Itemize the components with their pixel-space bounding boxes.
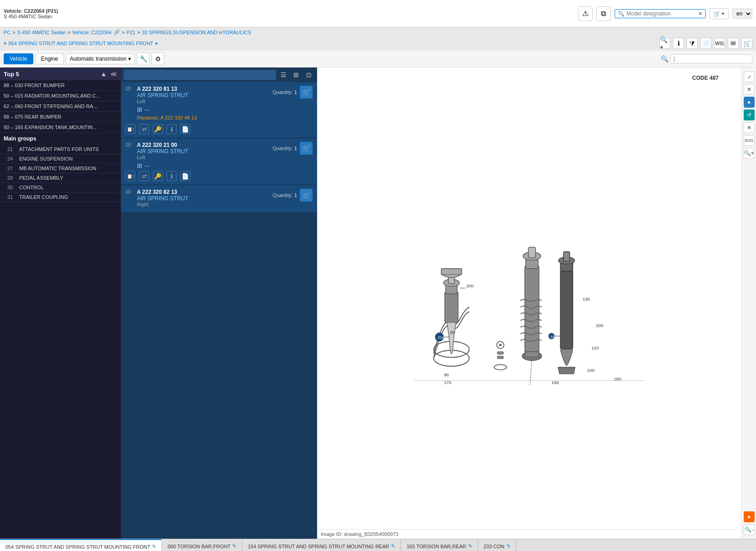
part-action-info-icon-1[interactable]: ℹ [167,171,177,181]
part-details-1: A 222 320 21 00 AIR SPRING STRUT Left ⊞ … [137,142,273,169]
bottom-tab-2-label: 154 SPRING STRUT AND SPRING STRUT MOUNTI… [248,544,389,549]
left-group-item-29[interactable]: 29 PEDAL ASSEMBLY [0,173,121,183]
qty-val-2: 1 [294,192,297,198]
left-top5-item-3[interactable]: 88 – 075 REAR BUMPER [0,112,121,122]
bottom-tab-1-label: 060 TORSION BAR,FRONT [167,544,230,549]
bottom-tab-3-edit-icon[interactable]: ✎ [468,543,472,549]
filter-icon-btn[interactable]: ⧩ [687,38,698,49]
tab-vehicle[interactable]: Vehicle [4,53,33,64]
left-top5-item-2[interactable]: 62 – 060 FRONT STIFFENING AND RA... [0,101,121,112]
part-action-swap-icon-1[interactable]: ⇄ [139,171,149,181]
left-top5-item-1[interactable]: 50 – 015 RADIATOR,MOUNTING,AND C... [0,91,121,101]
breadcrumb-32[interactable]: 32 SPRINGS,SUSPENSION AND HYDRAULICS [142,30,251,35]
main-groups-header: Main groups [0,133,121,145]
bottom-tab-4[interactable]: 233 CON ✎ [478,539,516,551]
search-right-input[interactable] [673,56,746,62]
double-chevron-icon[interactable]: ≪ [110,70,117,78]
part-grid-icon-0[interactable]: ⊞ [137,106,142,113]
left-group-item-24[interactable]: 24 ENGINE SUSPENSION [0,154,121,164]
svg-point-39 [499,343,502,346]
add-cart-btn-0[interactable]: 🛒 [300,86,313,99]
left-group-item-31[interactable]: 31 TRAILER COUPLING [0,192,121,202]
model-search-input[interactable] [626,10,698,17]
part-item-0-header: 10 A 222 320 81 13 AIR SPRING STRUT Left… [125,86,313,122]
tab-icon-wrench[interactable]: 🔧 [137,52,150,65]
cross-icon-btn[interactable]: ✕ [744,122,755,133]
alert-icon-btn[interactable]: ⚠ [578,6,593,21]
part-action-key-icon-1[interactable]: 🔑 [153,171,163,181]
group-label-30: CONTROL [19,185,44,190]
breadcrumb-s450[interactable]: S 450 4MATIC Sedan [17,30,66,35]
breadcrumb-p21[interactable]: P21 [126,30,136,35]
part-qty-1: Quantity: 1 🛒 [273,142,313,155]
part-action-note-icon-1[interactable]: 📋1 [125,171,136,181]
part-grid-icon-1[interactable]: ⊞ [137,162,142,169]
list-view-icon[interactable]: ☰ [278,69,289,80]
breadcrumb-vehicle[interactable]: Vehicle: C222064 [72,30,111,35]
cart2-icon-btn[interactable]: 🛒 [741,38,752,49]
copy-icon-btn[interactable]: ⧉ [596,6,611,21]
svg-text:80: 80 [450,330,455,335]
svg-icon-btn[interactable]: SVG [744,135,755,146]
zoom-in-diag-btn[interactable]: 🔍+ [744,148,755,159]
breadcrumb-pc[interactable]: PC [4,30,10,35]
tabs-area: Vehicle Engine Automatic transmission ▾ … [4,52,164,65]
bottom-tab-2[interactable]: 154 SPRING STRUT AND SPRING STRUT MOUNTI… [242,539,401,551]
breadcrumb-054[interactable]: 054 SPRING STRUT AND SPRING STRUT MOUNTI… [8,41,153,46]
close-diag-icon-btn[interactable]: ✕ [744,84,755,95]
wis-icon-btn[interactable]: WIS [714,38,725,49]
collapse-icon[interactable]: ▲ [100,70,107,78]
part-action-note-icon-0[interactable]: 📋1 [125,124,136,134]
left-group-item-30[interactable]: 30 CONTROL [0,183,121,192]
part-action-info-icon-0[interactable]: ℹ [167,124,177,134]
left-panel-items: 88 – 030 FRONT BUMPER 50 – 015 RADIATOR,… [0,80,121,539]
breadcrumb-link-icon[interactable]: 🔗 [114,29,120,35]
language-select[interactable]: en [732,9,752,19]
part-action-doc-icon-1[interactable]: 📄 [180,171,190,181]
left-group-item-21[interactable]: 21 ATTACHMENT PARTS FOR UNITS [0,145,121,154]
add-cart-btn-1[interactable]: 🛒 [300,142,313,155]
left-top5-item-0[interactable]: 88 – 030 FRONT BUMPER [0,80,121,91]
breadcrumb-dropdown-icon[interactable]: ▾ [155,41,158,47]
cart-button[interactable]: 🛒 + [709,8,729,19]
tab-engine[interactable]: Engine [35,53,64,64]
clear-search-icon[interactable]: ✕ [698,10,703,17]
part-action-doc-icon-0[interactable]: 📄 [180,124,190,134]
vehicle-line2: S 450 4MATIC Sedan [4,14,58,19]
refresh-icon-btn[interactable]: ↺ [744,109,755,120]
add-cart-btn-2[interactable]: 🛒 [300,189,313,202]
svg-rect-16 [560,270,573,349]
part-action-key-icon-0[interactable]: 🔑 [153,124,163,134]
svg-text:100: 100 [587,368,595,373]
second-toolbar: Vehicle Engine Automatic transmission ▾ … [0,51,756,68]
middle-search-input[interactable] [124,70,276,80]
doc-icon-btn[interactable]: 📄 [700,38,711,49]
left-group-item-27[interactable]: 27 MB AUTOMATIC TRANSMISSION [0,164,121,173]
zoom-in-icon-btn[interactable]: 🔍+ [659,38,670,49]
bottom-tab-2-edit-icon[interactable]: ✎ [391,543,395,549]
bottom-tab-1-edit-icon[interactable]: ✎ [232,543,236,549]
mail-icon-btn[interactable]: ✉ [728,38,739,49]
bottom-tab-3[interactable]: 165 TORSION BAR,REAR ✎ [401,539,478,551]
info-icon-btn[interactable]: ℹ [673,38,684,49]
part-number-2: A 222 320 82 13 [137,189,273,195]
tab-auto-trans[interactable]: Automatic transmission ▾ [66,53,135,64]
tab-icon-gear[interactable]: ⚙ [151,52,164,65]
orange-circle-btn[interactable]: ● [744,511,755,522]
qty-label-0: Quantity: [273,89,293,95]
zoom-out-diag-btn[interactable]: 🔍- [744,524,755,535]
left-top5-item-4[interactable]: 50 – 165 EXPANSION TANK,MOUNTIN... [0,122,121,133]
bottom-tab-1[interactable]: 060 TORSION BAR,FRONT ✎ [162,539,242,551]
group-label-27: MB AUTOMATIC TRANSMISSION [19,166,96,171]
part-action-swap-icon-0[interactable]: ⇄ [139,124,149,134]
expand-view-icon[interactable]: ⊡ [303,69,314,80]
top-bar: Vehicle: C222064 (P21) S 450 4MATIC Seda… [0,0,756,27]
bottom-tab-0[interactable]: 054 SPRING STRUT AND SPRING STRUT MOUNTI… [0,539,162,551]
bottom-tab-0-edit-icon[interactable]: ✎ [152,544,156,550]
left-panel-header-icons: ▲ ≪ [100,70,117,78]
expand-icon-btn[interactable]: ⤢ [744,71,755,82]
group-num-30: 30 [7,185,16,190]
bottom-tab-4-edit-icon[interactable]: ✎ [506,543,511,549]
circle-blue-btn[interactable]: ● [744,97,755,108]
grid-view-icon[interactable]: ⊞ [291,69,302,80]
